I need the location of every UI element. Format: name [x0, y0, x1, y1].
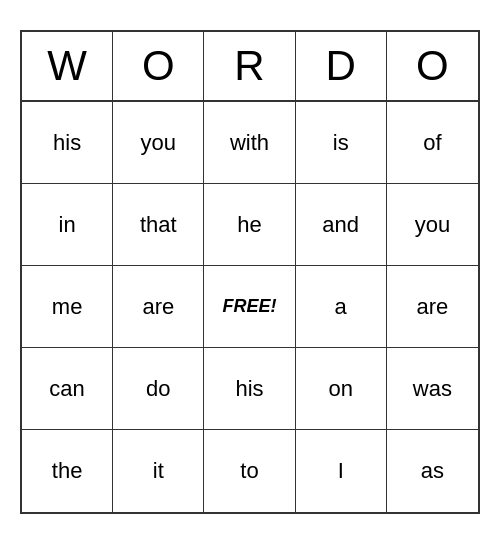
grid-cell-11[interactable]: are [113, 266, 204, 348]
header-letter-o-1: O [113, 32, 204, 100]
grid-cell-3[interactable]: is [296, 102, 387, 184]
bingo-card: WORDO hisyouwithisofinthatheandyoumeareF… [20, 30, 480, 514]
grid-cell-13[interactable]: a [296, 266, 387, 348]
grid-cell-2[interactable]: with [204, 102, 295, 184]
header-letter-d-3: D [296, 32, 387, 100]
header-letter-r-2: R [204, 32, 295, 100]
grid-cell-5[interactable]: in [22, 184, 113, 266]
grid-cell-6[interactable]: that [113, 184, 204, 266]
grid-cell-9[interactable]: you [387, 184, 478, 266]
grid-cell-22[interactable]: to [204, 430, 295, 512]
grid-cell-17[interactable]: his [204, 348, 295, 430]
grid-cell-0[interactable]: his [22, 102, 113, 184]
grid-cell-23[interactable]: I [296, 430, 387, 512]
grid-cell-16[interactable]: do [113, 348, 204, 430]
grid-cell-20[interactable]: the [22, 430, 113, 512]
grid-cell-19[interactable]: was [387, 348, 478, 430]
grid-cell-21[interactable]: it [113, 430, 204, 512]
grid-cell-10[interactable]: me [22, 266, 113, 348]
grid-cell-15[interactable]: can [22, 348, 113, 430]
grid-cell-1[interactable]: you [113, 102, 204, 184]
grid-cell-18[interactable]: on [296, 348, 387, 430]
free-space[interactable]: FREE! [204, 266, 295, 348]
grid-cell-7[interactable]: he [204, 184, 295, 266]
grid-cell-8[interactable]: and [296, 184, 387, 266]
bingo-header: WORDO [22, 32, 478, 102]
grid-cell-14[interactable]: are [387, 266, 478, 348]
bingo-grid: hisyouwithisofinthatheandyoumeareFREE!aa… [22, 102, 478, 512]
header-letter-w-0: W [22, 32, 113, 100]
header-letter-o-4: O [387, 32, 478, 100]
grid-cell-4[interactable]: of [387, 102, 478, 184]
grid-cell-24[interactable]: as [387, 430, 478, 512]
